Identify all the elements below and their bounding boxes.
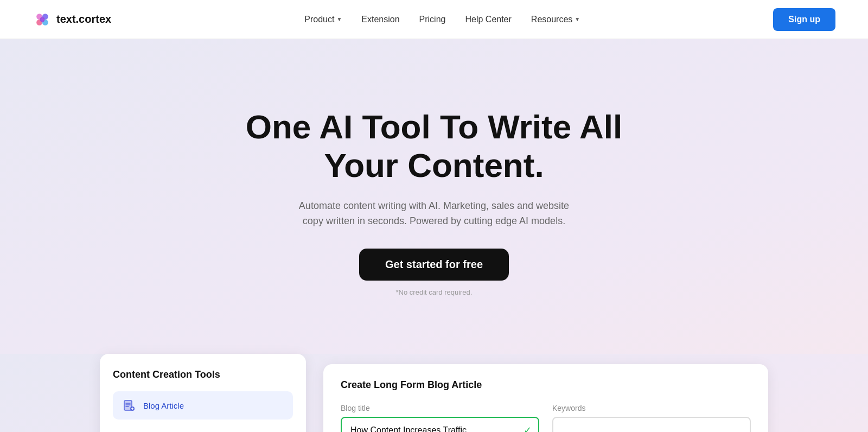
blog-article-icon [122,398,137,413]
signup-button[interactable]: Sign up [773,8,835,31]
navbar: text.cortex Product ▼ Extension Pricing … [0,0,868,39]
blog-title-group: Blog title ✓ Looks good! [341,404,539,432]
resources-chevron-icon: ▼ [575,16,580,22]
nav-pricing[interactable]: Pricing [419,15,446,24]
hero-section: One AI Tool To Write All Your Content. A… [0,39,868,354]
keywords-label: Keywords [552,404,751,412]
left-card: Content Creation Tools Blog Article [100,354,306,432]
logo-text: text.cortex [56,13,111,26]
left-card-title: Content Creation Tools [113,369,293,380]
cards-section: Content Creation Tools Blog Article [0,354,868,432]
keywords-input[interactable] [552,417,751,432]
nav-links: Product ▼ Extension Pricing Help Center … [304,15,580,24]
blog-title-input-wrapper: ✓ [341,417,539,432]
logo-icon [33,10,52,29]
logo-area: text.cortex [33,10,111,29]
nav-product[interactable]: Product ▼ [304,15,342,24]
tool-item-blog-article[interactable]: Blog Article [113,391,293,420]
product-chevron-icon: ▼ [336,16,342,22]
get-started-button[interactable]: Get started for free [359,249,509,281]
nav-extension[interactable]: Extension [361,15,399,24]
tool-item-product-descriptions[interactable]: Product Descriptions [113,424,293,432]
check-icon: ✓ [524,424,532,432]
right-card: Create Long Form Blog Article Blog title… [323,364,768,432]
svg-point-4 [40,17,45,22]
nav-help-center[interactable]: Help Center [465,15,511,24]
hero-subtitle: Automate content writing with AI. Market… [293,198,575,230]
no-credit-card-text: *No credit card required. [396,288,473,296]
nav-resources[interactable]: Resources ▼ [531,15,580,24]
keywords-input-wrapper [552,417,751,432]
navbar-right: Sign up [773,8,835,31]
form-row: Blog title ✓ Looks good! Keywords Hint: … [341,404,751,432]
hero-title: One AI Tool To Write All Your Content. [244,107,624,185]
blog-article-label: Blog Article [143,401,184,410]
blog-title-input[interactable] [341,417,539,432]
blog-title-label: Blog title [341,404,539,412]
right-card-title: Create Long Form Blog Article [341,379,751,391]
keywords-group: Keywords Hint: Type and press enter [552,404,751,432]
